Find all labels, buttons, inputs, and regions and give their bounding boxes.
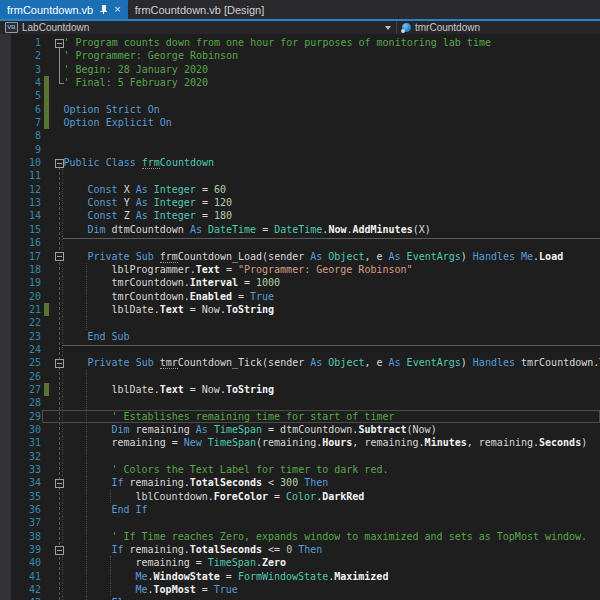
code-line: 21lblDate.Text = Now.ToString [0, 303, 600, 316]
project-dropdown[interactable]: VB LabCountdown [0, 21, 397, 34]
line-number: 21 [11, 303, 41, 316]
indent-guide [86, 276, 87, 289]
code-line: 9 [0, 143, 600, 156]
code-line: 5 [0, 89, 600, 102]
code-line: 1' Program counts down from one hour for… [0, 36, 600, 49]
vb-project-icon: VB [5, 22, 18, 33]
code-line: 37 [0, 516, 600, 529]
member-dropdown[interactable]: tmrCountdown [397, 21, 600, 34]
line-number: 28 [11, 396, 41, 409]
line-number: 7 [11, 116, 41, 129]
indent-guide [86, 450, 87, 463]
line-number: 37 [11, 516, 41, 529]
indent-guide [86, 530, 87, 543]
code-line: 7Option Explicit On [0, 116, 600, 129]
tab-frmcountdown-design[interactable]: frmCountdown.vb [Design] [128, 0, 272, 19]
indent-guide [62, 169, 63, 182]
line-number: 35 [11, 490, 41, 503]
line-number: 1 [11, 36, 41, 49]
code-text: remaining = TimeSpan.Zero [136, 556, 287, 569]
code-line: 17Private Sub frmCountdown_Load(sender A… [0, 250, 600, 263]
indent-guide [62, 330, 63, 343]
code-line: 23End Sub [0, 330, 600, 343]
code-line: 31remaining = New TimeSpan(remaining.Hou… [0, 436, 600, 449]
code-text: Me.WindowState = FormWindowState.Maximiz… [136, 570, 389, 583]
code-text: ' Colors the Text Label for timer to dar… [112, 463, 389, 476]
indent-guide [62, 530, 63, 543]
pin-icon[interactable] [99, 5, 108, 14]
indent-guide [62, 396, 63, 409]
indent-guide [86, 583, 87, 596]
indent-guide [62, 370, 63, 383]
line-number: 15 [11, 223, 41, 236]
code-text: Private Sub frmCountdown_Load(sender As … [88, 250, 564, 263]
code-line: 18lblProgrammer.Text = "Programmer: Geor… [0, 263, 600, 276]
code-line: 19tmrCountdown.Interval = 1000 [0, 276, 600, 289]
line-number: 18 [11, 263, 41, 276]
code-text: Option Strict On [64, 103, 160, 116]
indent-guide [86, 303, 87, 316]
indent-guide [62, 196, 63, 209]
fold-collapse-icon[interactable] [55, 546, 64, 555]
line-number: 31 [11, 436, 41, 449]
line-number: 27 [11, 383, 41, 396]
chevron-down-icon [385, 26, 391, 30]
line-number: 8 [11, 129, 41, 142]
indent-guide [86, 543, 87, 556]
code-text: tmrCountdown.Interval = 1000 [112, 276, 281, 289]
line-number: 3 [11, 63, 41, 76]
change-tracking-bar [44, 89, 49, 102]
indent-guide [86, 370, 87, 383]
line-number: 43 [11, 596, 41, 600]
fold-collapse-icon[interactable] [55, 359, 64, 368]
indent-guide [62, 516, 63, 529]
line-number: 19 [11, 276, 41, 289]
fold-collapse-icon[interactable] [55, 479, 64, 488]
code-line: 14Const Z As Integer = 180 [0, 209, 600, 222]
code-line: 12Const X As Integer = 60 [0, 183, 600, 196]
indent-guide [86, 516, 87, 529]
code-text: Private Sub tmrCountdown_Tick(sender As … [88, 356, 600, 369]
indent-guide [62, 436, 63, 449]
code-line: 25Private Sub tmrCountdown_Tick(sender A… [0, 356, 600, 369]
code-line: 2' Programmer: George Robinson [0, 49, 600, 62]
code-line: 8 [0, 129, 600, 142]
line-number: 39 [11, 543, 41, 556]
code-text: ' Programmer: George Robinson [64, 49, 239, 62]
code-line: 41Me.WindowState = FormWindowState.Maxim… [0, 570, 600, 583]
code-text: ' Establishes remaining time for start o… [112, 410, 395, 423]
indent-guide [110, 570, 111, 583]
code-line: 11 [0, 169, 600, 182]
line-number: 41 [11, 570, 41, 583]
code-line: 36End If [0, 503, 600, 516]
code-text: remaining = New TimeSpan(remaining.Hours… [112, 436, 588, 449]
code-navigation-bar: VB LabCountdown tmrCountdown [0, 21, 600, 35]
indent-guide [86, 436, 87, 449]
indent-guide [62, 303, 63, 316]
line-number: 16 [11, 236, 41, 249]
close-icon[interactable]: × [114, 4, 120, 15]
indent-guide [62, 463, 63, 476]
tab-label: frmCountdown.vb [7, 4, 93, 16]
code-editor[interactable]: 1' Program counts down from one hour for… [0, 34, 600, 600]
line-number: 20 [11, 290, 41, 303]
code-line: 29' Establishes remaining time for start… [0, 410, 600, 423]
code-text: Const Y As Integer = 120 [88, 196, 233, 209]
indent-guide [62, 383, 63, 396]
code-line: 28 [0, 396, 600, 409]
indent-guide [110, 556, 111, 569]
indent-guide [86, 290, 87, 303]
indent-guide [86, 396, 87, 409]
code-text: lblCountdown.ForeColor = Color.DarkRed [136, 490, 365, 503]
line-number: 42 [11, 583, 41, 596]
tab-frmcountdown-vb[interactable]: frmCountdown.vb × [0, 0, 128, 19]
code-text: End If [112, 503, 148, 516]
line-number: 30 [11, 423, 41, 436]
indent-guide [62, 236, 63, 249]
line-number: 38 [11, 530, 41, 543]
fold-collapse-icon[interactable] [55, 252, 64, 261]
line-number: 26 [11, 370, 41, 383]
code-text: Const Z As Integer = 180 [88, 209, 233, 222]
code-text: ' Program counts down from one hour for … [64, 36, 491, 49]
code-text: ' If Time reaches Zero, expands window t… [112, 530, 588, 543]
